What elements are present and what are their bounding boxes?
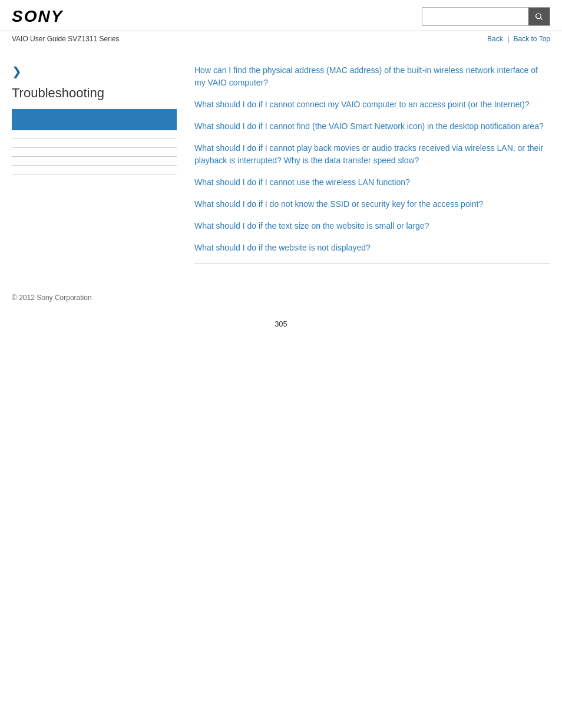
sidebar-title: Troubleshooting <box>12 85 177 101</box>
nav-separator: | <box>507 35 509 43</box>
main-content: ❯ Troubleshooting How can I find the phy… <box>0 47 562 276</box>
article-link-4[interactable]: What should I do if I cannot use the wir… <box>194 176 550 189</box>
article-link-5[interactable]: What should I do if I do not know the SS… <box>194 198 550 210</box>
page-number: 305 <box>0 308 562 340</box>
article-link-0[interactable]: How can I find the physical address (MAC… <box>194 64 550 89</box>
sub-header: VAIO User Guide SVZ1311 Series Back | Ba… <box>0 31 562 47</box>
search-button[interactable] <box>528 8 550 25</box>
article-link-7[interactable]: What should I do if the website is not d… <box>194 242 550 254</box>
back-to-top-link[interactable]: Back to Top <box>514 35 550 43</box>
search-icon <box>534 12 544 21</box>
article-separator <box>194 263 550 264</box>
back-link[interactable]: Back <box>487 35 503 43</box>
article-link-1[interactable]: What should I do if I cannot connect my … <box>194 98 550 111</box>
sidebar-line-2 <box>12 147 177 148</box>
article: How can I find the physical address (MAC… <box>189 58 550 276</box>
article-link-2[interactable]: What should I do if I cannot find (the V… <box>194 120 550 133</box>
search-input[interactable] <box>422 9 528 24</box>
copyright: © 2012 Sony Corporation <box>12 294 92 302</box>
guide-title: VAIO User Guide SVZ1311 Series <box>12 35 120 43</box>
header: SONY <box>0 0 562 31</box>
search-container <box>422 7 550 26</box>
sidebar-active-item[interactable] <box>12 109 177 130</box>
sidebar-arrow: ❯ <box>12 64 177 78</box>
article-link-6[interactable]: What should I do if the text size on the… <box>194 220 550 232</box>
sidebar-line-5 <box>12 174 177 174</box>
article-link-3[interactable]: What should I do if I cannot play back m… <box>194 142 550 167</box>
sidebar-line-1 <box>12 139 177 139</box>
sidebar-line-4 <box>12 165 177 166</box>
footer: © 2012 Sony Corporation <box>0 276 562 308</box>
sidebar: ❯ Troubleshooting <box>12 58 189 276</box>
sony-logo: SONY <box>12 7 63 26</box>
sidebar-line-3 <box>12 156 177 157</box>
back-nav: Back | Back to Top <box>487 35 550 43</box>
